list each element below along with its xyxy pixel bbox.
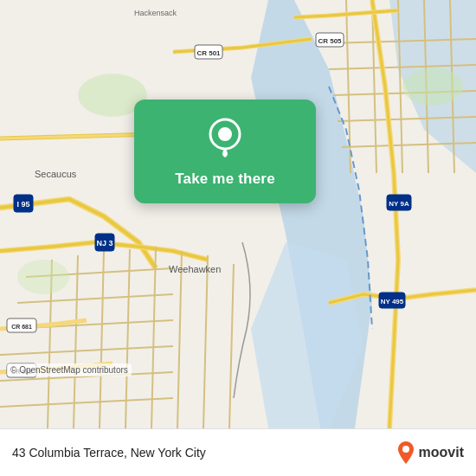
svg-text:NJ 3: NJ 3 (96, 239, 113, 248)
svg-text:Weehawken: Weehawken (169, 264, 221, 274)
svg-point-51 (402, 446, 409, 453)
svg-text:CR 505: CR 505 (318, 37, 342, 45)
location-card: Take me there (134, 100, 316, 203)
svg-text:NY 9A: NY 9A (389, 200, 409, 208)
svg-text:Secaucus: Secaucus (35, 169, 77, 179)
svg-text:CR 681: CR 681 (11, 324, 32, 330)
map-container: CR 501 CR 505 I 95 NJ 3 NY 9A NY 495 CR … (0, 0, 476, 428)
svg-text:I 95: I 95 (16, 200, 29, 209)
pin-icon (203, 115, 248, 160)
svg-point-47 (17, 260, 69, 294)
svg-point-48 (402, 68, 463, 106)
svg-point-50 (218, 127, 232, 141)
moovit-text: moovit (419, 445, 464, 460)
copyright-text: © OpenStreetMap contributors (7, 363, 132, 376)
svg-text:Hackensack: Hackensack (134, 9, 177, 17)
moovit-logo: moovit (396, 441, 464, 464)
svg-text:NY 495: NY 495 (381, 298, 404, 306)
moovit-pin-icon (396, 441, 415, 464)
svg-text:CR 501: CR 501 (196, 49, 221, 57)
location-label: 43 Columbia Terrace, New York City (12, 446, 396, 460)
take-me-there-button[interactable]: Take me there (175, 169, 275, 190)
bottom-bar: 43 Columbia Terrace, New York City moovi… (0, 428, 476, 476)
